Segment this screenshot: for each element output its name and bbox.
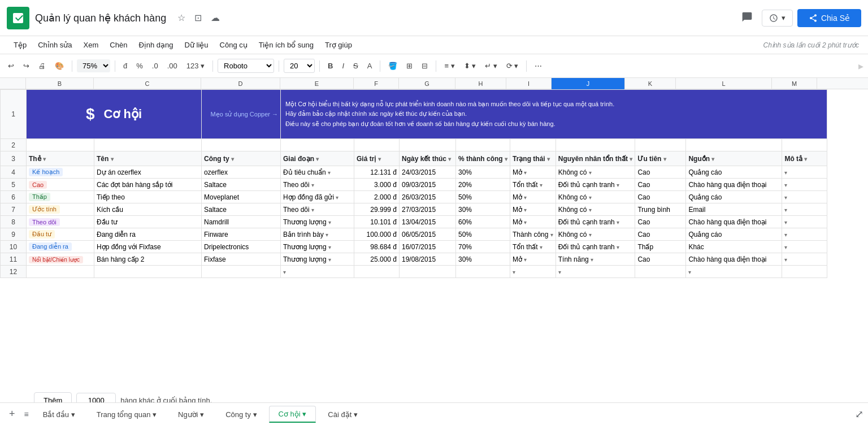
- cell-date-0[interactable]: 24/03/2015: [400, 166, 456, 179]
- r2c8[interactable]: [510, 139, 556, 151]
- cell-tag-2[interactable]: Thấp: [27, 191, 94, 203]
- r12c1[interactable]: [27, 266, 94, 278]
- move-icon[interactable]: ⊡: [192, 10, 204, 25]
- filter-icon-thanhcong[interactable]: ▾: [505, 156, 507, 162]
- col-header-e[interactable]: E: [280, 78, 354, 89]
- r12c9[interactable]: ▾: [555, 266, 635, 278]
- history-button[interactable]: ▾: [762, 10, 793, 27]
- font-size-select[interactable]: 20: [284, 59, 315, 73]
- wrap-button[interactable]: ↵ ▾: [481, 59, 501, 72]
- col-congty[interactable]: Công ty ▾: [202, 151, 281, 166]
- cell-value-5[interactable]: 100.000 đ: [354, 228, 400, 241]
- cell-company-4[interactable]: Namdrill: [202, 216, 281, 228]
- col-header-k[interactable]: K: [625, 78, 676, 89]
- cell-success-7[interactable]: 30%: [456, 253, 510, 266]
- cell-stage-6[interactable]: Thương lượng ▾: [281, 241, 354, 253]
- cell-date-4[interactable]: 13/04/2015: [400, 216, 456, 228]
- filter-icon-nguon[interactable]: ▾: [711, 156, 714, 162]
- cell-tag-1[interactable]: Cao: [27, 179, 94, 191]
- cell-stage-7[interactable]: Thương lượng ▾: [281, 253, 354, 266]
- cell-source-5[interactable]: Quảng cáo: [686, 228, 782, 241]
- menu-edit[interactable]: Chỉnh sửa: [33, 38, 76, 51]
- cell-status-4[interactable]: Mở ▾: [510, 216, 556, 228]
- col-ten[interactable]: Tên ▾: [94, 151, 202, 166]
- r2c4[interactable]: [281, 139, 354, 151]
- cell-desc-4[interactable]: ▾: [782, 216, 827, 228]
- cell-priority-1[interactable]: Cao: [635, 179, 686, 191]
- cell-name-4[interactable]: Đầu tư: [94, 216, 202, 228]
- cell-company-5[interactable]: Finware: [202, 228, 281, 241]
- currency-button[interactable]: đ: [120, 59, 131, 72]
- col-header-l[interactable]: L: [676, 78, 772, 89]
- col-header-j[interactable]: J: [552, 78, 625, 89]
- menu-extensions[interactable]: Tiện ích bổ sung: [254, 38, 318, 51]
- col-header-f[interactable]: F: [354, 78, 399, 89]
- filter-icon-giatri[interactable]: ▾: [378, 156, 381, 162]
- decimal-more-button[interactable]: .00: [164, 59, 181, 72]
- cell-source-2[interactable]: Quảng cáo: [686, 191, 782, 203]
- cell-date-1[interactable]: 09/03/2015: [400, 179, 456, 191]
- cell-company-1[interactable]: Saltace: [202, 179, 281, 191]
- cell-desc-7[interactable]: ▾: [782, 253, 827, 266]
- add-sheet-button[interactable]: +: [5, 406, 20, 422]
- menu-tools[interactable]: Công cụ: [215, 38, 252, 51]
- filter-icon-ngay[interactable]: ▾: [448, 156, 451, 162]
- menu-help[interactable]: Trợ giúp: [320, 38, 357, 51]
- merge-button[interactable]: ⊟: [418, 59, 431, 72]
- row-num-9[interactable]: 9: [1, 228, 27, 241]
- format-123-button[interactable]: 123 ▾: [183, 59, 208, 72]
- cell-name-1[interactable]: Các đợt bán hàng sắp tới: [94, 179, 202, 191]
- cell-source-6[interactable]: Khác: [686, 241, 782, 253]
- filter-icon-giadoan[interactable]: ▾: [316, 156, 319, 162]
- cell-desc-0[interactable]: ▾: [782, 166, 827, 179]
- r2c1[interactable]: [27, 139, 94, 151]
- r12c8[interactable]: ▾: [510, 266, 556, 278]
- cell-status-5[interactable]: Thành công ▾: [510, 228, 556, 241]
- row-num-2[interactable]: 2: [1, 139, 27, 151]
- cell-loss-5[interactable]: Không có ▾: [555, 228, 635, 241]
- cell-status-1[interactable]: Tổn thất ▾: [510, 179, 556, 191]
- cell-tag-5[interactable]: Đầu tư: [27, 228, 94, 241]
- cell-source-1[interactable]: Chào hàng qua điện thoại: [686, 179, 782, 191]
- strikethrough-button[interactable]: S: [350, 59, 362, 72]
- filter-icon-ten[interactable]: ▾: [111, 156, 114, 162]
- cell-name-3[interactable]: Kích cầu: [94, 203, 202, 216]
- cell-name-0[interactable]: Dự án ozerflex: [94, 166, 202, 179]
- r2c3[interactable]: [202, 139, 281, 151]
- filter-icon-uutien[interactable]: ▾: [663, 156, 666, 162]
- borders-button[interactable]: ⊞: [403, 59, 416, 72]
- col-nguon[interactable]: Nguồn ▾: [686, 151, 782, 166]
- cell-stage-3[interactable]: Theo dõi ▾: [281, 203, 354, 216]
- col-header-h[interactable]: H: [455, 78, 506, 89]
- cell-desc-5[interactable]: ▾: [782, 228, 827, 241]
- col-giatri[interactable]: Giá trị ▾: [354, 151, 400, 166]
- cell-tag-7[interactable]: Nổi bật/Chiến lược: [27, 253, 94, 266]
- cell-company-0[interactable]: ozerflex: [202, 166, 281, 179]
- row-num-7[interactable]: 7: [1, 203, 27, 216]
- cell-loss-3[interactable]: Không có ▾: [555, 203, 635, 216]
- row-num-8[interactable]: 8: [1, 216, 27, 228]
- cell-name-7[interactable]: Bán hàng cấp 2: [94, 253, 202, 266]
- r12c2[interactable]: [94, 266, 202, 278]
- text-color-button[interactable]: A: [364, 59, 376, 72]
- cell-value-4[interactable]: 10.101 đ: [354, 216, 400, 228]
- cell-stage-4[interactable]: Thương lượng ▾: [281, 216, 354, 228]
- r12c5[interactable]: [354, 266, 400, 278]
- cell-value-6[interactable]: 98.684 đ: [354, 241, 400, 253]
- more-button[interactable]: ⋯: [531, 59, 545, 72]
- col-mota[interactable]: Mô tả ▾: [782, 151, 827, 166]
- cell-date-5[interactable]: 06/05/2015: [400, 228, 456, 241]
- r2c11[interactable]: [686, 139, 782, 151]
- cell-company-6[interactable]: Dripelectronics: [202, 241, 281, 253]
- r2c10[interactable]: [635, 139, 686, 151]
- cell-name-6[interactable]: Hợp đồng với Fixfase: [94, 241, 202, 253]
- tab-caidat[interactable]: Cài đặt ▾: [318, 406, 367, 422]
- cell-priority-7[interactable]: Cao: [635, 253, 686, 266]
- cell-loss-4[interactable]: Đối thủ cạnh tranh ▾: [555, 216, 635, 228]
- sidebar-toggle[interactable]: ▸: [858, 60, 863, 72]
- cell-success-3[interactable]: 30%: [456, 203, 510, 216]
- menu-format[interactable]: Định dạng: [134, 38, 177, 51]
- cell-date-2[interactable]: 26/03/2015: [400, 191, 456, 203]
- cell-loss-2[interactable]: Không có ▾: [555, 191, 635, 203]
- undo-button[interactable]: ↩: [5, 59, 18, 72]
